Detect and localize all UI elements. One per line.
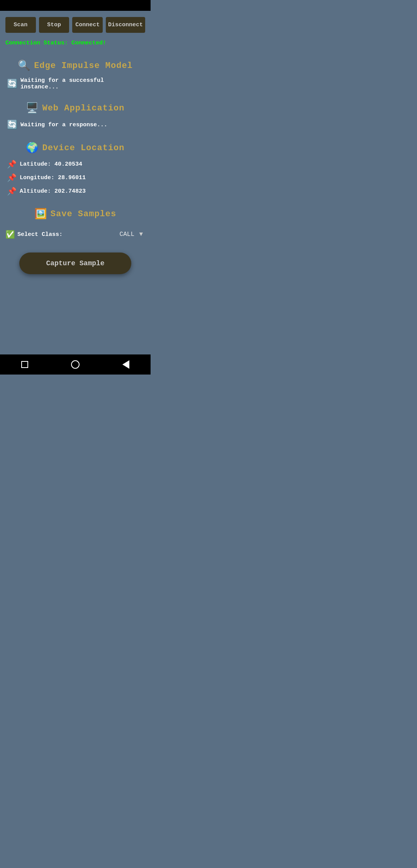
status-bar xyxy=(0,0,151,11)
altitude-row: 📌 Altitude: 202.74823 xyxy=(7,186,145,196)
class-dropdown[interactable]: CALL IDLE WALK RUN xyxy=(66,229,145,239)
device-location-icon: 🌍 xyxy=(26,142,38,154)
latitude-row: 📌 Latitude: 40.20534 xyxy=(7,159,145,169)
latitude-text: Latitude: 40.20534 xyxy=(20,161,82,168)
select-class-label: ✅ Select Class: xyxy=(5,230,63,239)
select-class-label-text: Select Class: xyxy=(17,231,63,238)
web-application-title: Web Application xyxy=(42,103,124,113)
connection-status: Connection Status: Connected! xyxy=(5,40,145,46)
location-info: 📌 Latitude: 40.20534 📌 Longitude: 28.960… xyxy=(5,159,145,196)
edge-impulse-status-row: 🔄 Waiting for a successful instance... xyxy=(5,77,145,90)
device-location-header: 🌍 Device Location xyxy=(5,142,145,154)
altitude-text: Altitude: 202.74823 xyxy=(20,188,86,195)
edge-impulse-title: Edge Impulse Model xyxy=(34,61,133,71)
edge-impulse-status-text: Waiting for a successful instance... xyxy=(20,77,145,90)
latitude-icon: 📌 xyxy=(7,159,17,169)
capture-btn-wrapper: Capture Sample xyxy=(5,253,145,274)
web-application-header: 🖥️ Web Application xyxy=(5,102,145,114)
web-application-status-icon: 🔄 xyxy=(7,120,17,130)
scan-button[interactable]: Scan xyxy=(5,17,36,33)
capture-sample-button[interactable]: Capture Sample xyxy=(19,253,131,274)
save-samples-icon: 🖼️ xyxy=(34,208,47,220)
disconnect-button[interactable]: Disconnect xyxy=(106,17,145,33)
main-content: Scan Stop Connect Disconnect Connection … xyxy=(0,11,151,354)
navigation-bar xyxy=(0,354,151,375)
select-class-row: ✅ Select Class: CALL IDLE WALK RUN ▼ xyxy=(5,229,145,239)
longitude-row: 📌 Longitude: 28.96011 xyxy=(7,173,145,183)
select-class-icon: ✅ xyxy=(5,230,15,239)
web-application-icon: 🖥️ xyxy=(26,102,38,114)
stop-button[interactable]: Stop xyxy=(39,17,70,33)
edge-impulse-status-icon: 🔄 xyxy=(7,79,17,89)
action-buttons: Scan Stop Connect Disconnect xyxy=(5,17,145,33)
edge-impulse-icon: 🔍 xyxy=(18,59,30,72)
nav-home-icon[interactable] xyxy=(71,360,80,369)
web-application-status-text: Waiting for a response... xyxy=(20,122,107,128)
class-dropdown-wrapper[interactable]: CALL IDLE WALK RUN ▼ xyxy=(66,229,145,239)
save-samples-header: 🖼️ Save Samples xyxy=(5,208,145,220)
longitude-text: Longitude: 28.96011 xyxy=(20,175,86,181)
altitude-icon: 📌 xyxy=(7,186,17,196)
longitude-icon: 📌 xyxy=(7,173,17,183)
edge-impulse-header: 🔍 Edge Impulse Model xyxy=(5,59,145,72)
save-samples-title: Save Samples xyxy=(51,209,116,219)
nav-back-icon[interactable] xyxy=(122,360,129,369)
nav-stop-icon[interactable] xyxy=(21,361,28,368)
web-application-status-row: 🔄 Waiting for a response... xyxy=(5,120,145,130)
device-location-title: Device Location xyxy=(42,143,124,153)
connect-button[interactable]: Connect xyxy=(72,17,103,33)
